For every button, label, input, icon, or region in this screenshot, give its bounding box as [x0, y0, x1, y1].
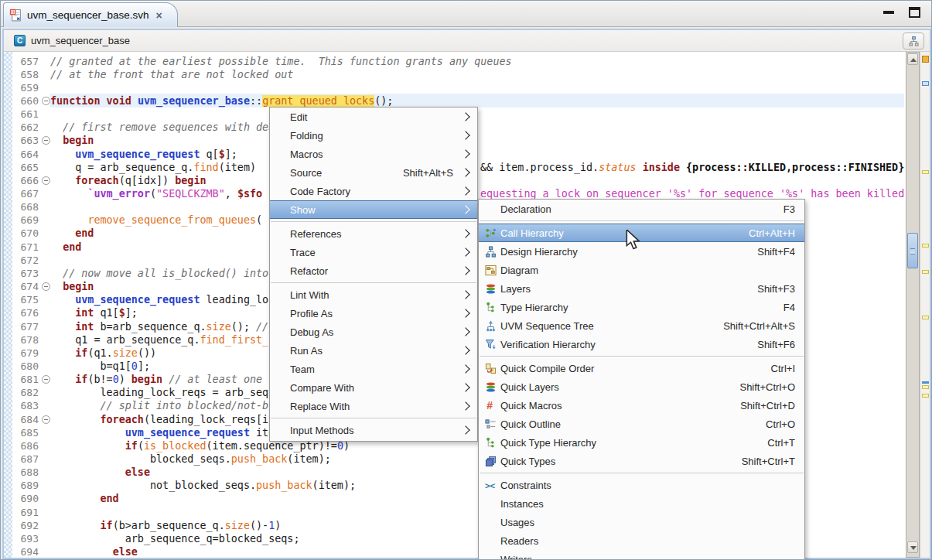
menu-item-quick-compile-order[interactable]: Quick Compile OrderCtrl+I — [479, 359, 804, 377]
menu-item-folding[interactable]: Folding — [270, 126, 477, 145]
menu-item-compare-with[interactable]: Compare With — [270, 378, 477, 397]
menu-item-profile-as[interactable]: Profile As — [270, 304, 477, 323]
menu-item-show[interactable]: Show — [270, 200, 477, 219]
line-number[interactable]: 670 — [12, 227, 39, 240]
overview-marker-yellow[interactable] — [922, 244, 929, 248]
line-number[interactable]: 686 — [12, 439, 39, 452]
menu-item-call-hierarchy[interactable]: Call HierarchyCtrl+Alt+H — [479, 224, 804, 242]
line-number[interactable]: 691 — [12, 506, 39, 519]
line-number[interactable]: 664 — [12, 148, 39, 161]
line-number[interactable]: 679 — [12, 347, 39, 360]
fold-collapse-icon[interactable] — [42, 282, 50, 291]
menu-item-instances[interactable]: Instances — [479, 494, 804, 513]
line-number[interactable]: 659 — [12, 81, 39, 94]
menu-item-quick-types[interactable]: Quick TypesShift+Ctrl+T — [479, 452, 804, 470]
menu-item-quick-type-hierarchy[interactable]: Quick Type HierarchyCtrl+T — [479, 433, 804, 452]
line-number[interactable]: 667 — [12, 187, 39, 200]
menu-item-design-hierarchy[interactable]: Design HierarchyShift+F4 — [479, 242, 804, 261]
fold-collapse-icon[interactable] — [42, 415, 50, 424]
line-number[interactable]: 676 — [12, 306, 39, 319]
overview-marker-blue-line[interactable] — [922, 381, 929, 384]
menu-item-readers[interactable]: Readers — [479, 531, 804, 550]
scroll-down-icon[interactable] — [907, 541, 918, 553]
line-number[interactable]: 663 — [12, 134, 39, 147]
line-number[interactable]: 680 — [12, 360, 39, 373]
overview-marker-blue-box[interactable] — [922, 81, 929, 86]
menu-item-references[interactable]: References — [270, 224, 477, 243]
editor-tab[interactable]: uvm_sequencer_base.svh × — [3, 2, 178, 27]
menu-item-team[interactable]: Team — [270, 360, 477, 378]
menu-item-run-as[interactable]: Run As — [270, 341, 477, 360]
fold-collapse-icon[interactable] — [42, 136, 50, 145]
overview-marker-yellow[interactable] — [922, 316, 929, 319]
line-number[interactable]: 657 — [12, 55, 39, 68]
line-number[interactable]: 690 — [12, 492, 39, 505]
maximize-icon[interactable] — [909, 7, 920, 18]
breadcrumb-item[interactable]: uvm_sequencer_base — [31, 35, 130, 46]
line-number[interactable]: 693 — [12, 532, 39, 545]
line-number[interactable]: 675 — [12, 293, 39, 306]
overview-marker-orange[interactable] — [922, 56, 929, 63]
line-number[interactable]: 661 — [12, 108, 39, 121]
vertical-scrollbar[interactable] — [906, 52, 920, 558]
line-number[interactable]: 665 — [12, 161, 39, 174]
line-number[interactable]: 677 — [12, 320, 39, 333]
minimize-icon[interactable] — [883, 11, 894, 14]
line-number[interactable]: 683 — [12, 399, 39, 412]
scrollbar-thumb[interactable] — [907, 233, 918, 268]
overview-marker-yellow[interactable] — [922, 394, 929, 398]
line-number[interactable]: 689 — [12, 479, 39, 492]
line-number[interactable]: 681 — [12, 373, 39, 386]
line-number[interactable]: 673 — [12, 267, 39, 280]
line-number[interactable]: 694 — [12, 545, 39, 558]
fold-collapse-icon[interactable] — [42, 375, 50, 384]
breadcrumb-toggle-button[interactable] — [903, 32, 924, 50]
overview-marker-yellow[interactable] — [922, 270, 929, 274]
menu-item-edit[interactable]: Edit — [270, 108, 477, 126]
menu-item-code-factory[interactable]: Code Factory — [270, 182, 477, 200]
menu-item-macros[interactable]: Macros — [270, 145, 477, 163]
line-number[interactable]: 669 — [12, 213, 39, 227]
line-number[interactable]: 671 — [12, 241, 39, 254]
menu-item-writers[interactable]: Writers — [479, 550, 804, 560]
menu-item-quick-outline[interactable]: Quick OutlineCtrl+O — [479, 415, 804, 433]
line-number[interactable]: 658 — [12, 68, 39, 81]
line-number[interactable]: 684 — [12, 413, 39, 426]
line-number[interactable]: 666 — [12, 174, 39, 187]
menu-item-quick-macros[interactable]: #Quick MacrosShift+Ctrl+D — [479, 396, 804, 415]
line-number[interactable]: 692 — [12, 519, 39, 532]
menu-item-verification-hierarchy[interactable]: Verification HierarchyShift+F6 — [479, 335, 804, 353]
overview-marker-yellow[interactable] — [922, 385, 929, 389]
menu-item-lint-with[interactable]: Lint With — [270, 285, 477, 304]
menu-item-uvm-sequence-tree[interactable]: UVM Sequence TreeShift+Ctrl+Alt+S — [479, 316, 804, 335]
line-number[interactable]: 672 — [12, 254, 39, 267]
menu-item-constraints[interactable]: ><Constraints — [479, 476, 804, 494]
scroll-up-icon[interactable] — [907, 53, 918, 65]
line-number[interactable]: 662 — [12, 121, 39, 134]
menu-item-input-methods[interactable]: Input Methods — [270, 421, 477, 439]
fold-collapse-icon[interactable] — [42, 176, 50, 185]
line-number[interactable]: 678 — [12, 333, 39, 347]
overview-marker-yellow[interactable] — [922, 170, 929, 174]
menu-item-quick-layers[interactable]: Quick LayersShift+Ctrl+O — [479, 377, 804, 396]
menu-item-layers[interactable]: LayersShift+F3 — [479, 279, 804, 298]
menu-item-refactor[interactable]: Refactor — [270, 261, 477, 280]
line-number[interactable]: 674 — [12, 280, 39, 293]
line-number[interactable]: 687 — [12, 452, 39, 466]
menu-item-usages[interactable]: Usages — [479, 513, 804, 531]
line-number[interactable]: 685 — [12, 426, 39, 439]
line-number[interactable]: 688 — [12, 466, 39, 479]
menu-item-diagram[interactable]: Diagram — [479, 261, 804, 279]
tab-close-icon[interactable]: × — [156, 10, 162, 21]
menu-item-declaration[interactable]: DeclarationF3 — [479, 200, 804, 218]
menu-item-replace-with[interactable]: Replace With — [270, 397, 477, 415]
menu-item-type-hierarchy[interactable]: Type HierarchyF4 — [479, 298, 804, 316]
line-number[interactable]: 668 — [12, 200, 39, 213]
menu-item-source[interactable]: SourceShift+Alt+S — [270, 163, 477, 182]
fold-collapse-icon[interactable] — [42, 97, 50, 105]
menu-item-trace[interactable]: Trace — [270, 243, 477, 261]
line-number[interactable]: 682 — [12, 386, 39, 399]
line-number[interactable]: 660 — [12, 94, 39, 108]
menu-item-debug-as[interactable]: Debug As — [270, 323, 477, 341]
code-token: (b!= — [87, 374, 112, 385]
